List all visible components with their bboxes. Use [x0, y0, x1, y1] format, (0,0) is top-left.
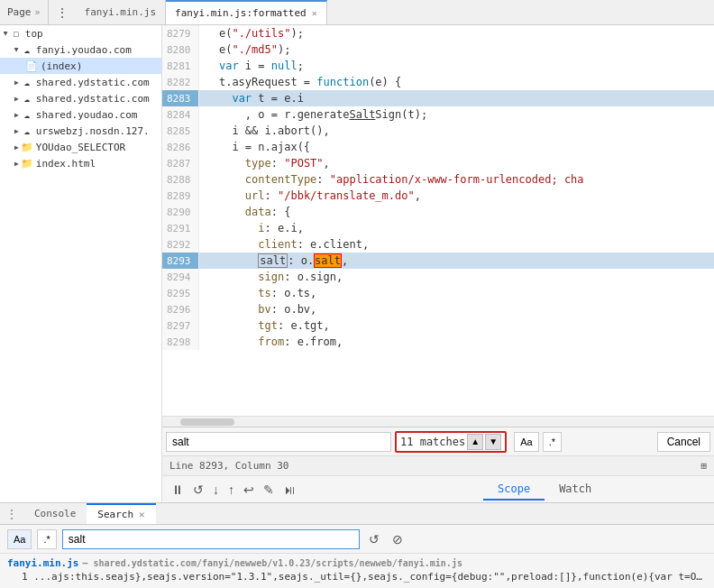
search-prev-button[interactable]: ▲	[467, 434, 483, 450]
sidebar-item-shared2[interactable]: ▶ ☁ shared.ydstatic.com	[0, 90, 161, 106]
expand-icon: ▶	[14, 160, 19, 168]
line-code: sign: o.sign,	[198, 269, 714, 285]
line-number: 8296	[162, 301, 198, 317]
sidebar-item-urs[interactable]: ▶ ☁ urswebzj.nosdn.127.	[0, 123, 161, 139]
expand-icon: ▶	[14, 111, 19, 119]
bottom-case-btn[interactable]: Aa	[7, 529, 32, 549]
bottom-search-bar: Aa .* ↺ ⊘	[0, 525, 714, 554]
result-file-name: fanyi.min.js	[7, 557, 78, 569]
table-row: 8294 sign: o.sign,	[162, 269, 714, 285]
line-code: tgt: e.tgt,	[198, 317, 714, 334]
debug-pause-btn[interactable]: ⏸	[169, 481, 186, 499]
debug-play-btn[interactable]: ⏯	[281, 481, 298, 499]
expand-icon: ▶	[13, 48, 21, 52]
bottom-refresh-btn[interactable]: ↺	[365, 530, 383, 548]
debug-step-out-btn[interactable]: ↩	[242, 481, 256, 499]
search-tab-label: Search	[97, 509, 133, 520]
search-bar: 11 matches ▲ ▼ Aa .* Cancel	[162, 427, 714, 455]
sidebar-item-shared3[interactable]: ▶ ☁ shared.youdao.com	[0, 106, 161, 123]
regex-button[interactable]: .*	[543, 432, 562, 452]
bottom-clear-btn[interactable]: ⊘	[389, 530, 407, 548]
sidebar-item-top[interactable]: ▶ ☐ top	[0, 25, 161, 41]
line-code: ts: o.ts,	[198, 285, 714, 301]
line-code: t.asyRequest = function(e) {	[198, 74, 714, 90]
cloud-icon: ☁	[21, 108, 33, 121]
tab-console[interactable]: Console	[23, 503, 87, 524]
tab-fanyi-min[interactable]: fanyi.min.js	[76, 0, 166, 24]
sidebar: ▶ ☐ top ▶ ☁ fanyi.youdao.com 📄 (index) ▶…	[0, 25, 162, 502]
debug-step-into-btn[interactable]: ↑	[226, 481, 236, 499]
debug-tab-watch[interactable]: Watch	[545, 479, 606, 501]
table-row: 8297 tgt: e.tgt,	[162, 317, 714, 334]
cloud-icon: ☁	[21, 76, 33, 88]
status-bar: Line 8293, Column 30 ⊞	[162, 455, 714, 475]
table-row: 8288 contentType: "application/x-www-for…	[162, 171, 714, 188]
match-case-button[interactable]: Aa	[514, 432, 538, 452]
tab-bar: Page » ⋮ fanyi.min.js fanyi.min.js:forma…	[0, 0, 714, 25]
search-input[interactable]	[166, 432, 391, 452]
scrollbar-thumb[interactable]	[180, 418, 234, 426]
line-number: 8298	[162, 334, 198, 350]
line-number: 8280	[162, 41, 198, 58]
sidebar-item-label: index.html	[36, 158, 96, 170]
panel-menu[interactable]: ⋮	[0, 503, 23, 524]
table-row: 8285 i && i.abort(),	[162, 123, 714, 139]
sidebar-item-indexhtml[interactable]: ▶ 📁 index.html	[0, 155, 161, 171]
line-number: 8282	[162, 74, 198, 90]
line-number: 8294	[162, 269, 198, 285]
line-code: var i = null;	[198, 58, 714, 74]
status-text: Line 8293, Column 30	[169, 460, 288, 472]
search-next-button[interactable]: ▼	[485, 434, 501, 450]
table-row: 8298 from: e.from,	[162, 334, 714, 350]
result-file[interactable]: fanyi.min.js — shared.ydstatic.com/fanyi…	[7, 557, 707, 569]
file-icon: 📄	[25, 60, 38, 72]
sidebar-item-label: shared.ydstatic.com	[36, 93, 150, 105]
line-code: type: "POST",	[198, 155, 714, 171]
bottom-regex-btn[interactable]: .*	[37, 529, 56, 549]
line-number: 8281	[162, 58, 198, 74]
sidebar-item-youdao[interactable]: ▶ 📁 YOUdao_SELECTOR	[0, 139, 161, 155]
tab-bar-menu[interactable]: ⋮	[49, 0, 76, 24]
debug-edit-btn[interactable]: ✎	[261, 481, 276, 499]
horizontal-scrollbar[interactable]	[162, 416, 714, 427]
line-code: bv: o.bv,	[198, 301, 714, 317]
tab-fanyi-formatted[interactable]: fanyi.min.js:formatted ✕	[166, 0, 327, 24]
line-number: 8297	[162, 317, 198, 334]
main-area: ▶ ☐ top ▶ ☁ fanyi.youdao.com 📄 (index) ▶…	[0, 25, 714, 502]
matches-count: 11 matches	[400, 436, 465, 448]
line-number: 8292	[162, 236, 198, 253]
table-row: 8296 bv: o.bv,	[162, 301, 714, 317]
debug-step-over-btn[interactable]: ↓	[211, 481, 221, 499]
search-tab-close[interactable]: ✕	[139, 509, 145, 520]
page-label[interactable]: Page »	[0, 0, 49, 24]
table-row: 8279 e("./utils");	[162, 25, 714, 41]
sidebar-item-shared1[interactable]: ▶ ☁ shared.ydstatic.com	[0, 74, 161, 90]
expand-icon: ▶	[14, 95, 19, 103]
result-line[interactable]: 1 ...ajs:this.seajs},seajs.version="1.3.…	[7, 569, 707, 584]
expand-icon: ▶	[14, 143, 19, 152]
result-line-text: ...ajs:this.seajs},seajs.version="1.3.1"…	[33, 571, 707, 583]
panel-tabs: ⋮ Console Search ✕	[0, 503, 714, 525]
bottom-search-input[interactable]	[62, 529, 360, 549]
tab-search[interactable]: Search ✕	[87, 503, 155, 524]
bottom-section: ⋮ Console Search ✕ Aa .* ↺ ⊘ fanyi.min.j…	[0, 502, 714, 588]
tab-close-icon[interactable]: ✕	[312, 8, 317, 18]
result-line-num: 1	[22, 571, 28, 583]
line-number: 8286	[162, 139, 198, 155]
debug-resume-btn[interactable]: ↺	[191, 481, 206, 499]
sidebar-item-index[interactable]: 📄 (index)	[0, 58, 161, 74]
line-number: 8291	[162, 220, 198, 236]
line-code: i = n.ajax({	[198, 139, 714, 155]
line-code: data: {	[198, 204, 714, 220]
expand-icon: ▶	[14, 78, 19, 87]
sidebar-item-label: fanyi.youdao.com	[36, 44, 132, 56]
code-container[interactable]: 8279 e("./utils"); 8280 e("./md5"); 8281…	[162, 25, 714, 416]
line-number: 8283	[162, 90, 198, 106]
sidebar-item-fanyi[interactable]: ▶ ☁ fanyi.youdao.com	[0, 41, 161, 58]
line-code: client: e.client,	[198, 236, 714, 253]
search-cancel-button[interactable]: Cancel	[657, 432, 710, 452]
debug-tab-scope[interactable]: Scope	[483, 479, 545, 501]
line-number: 8290	[162, 204, 198, 220]
status-right-icon: ⊞	[700, 460, 707, 472]
line-number: 8287	[162, 155, 198, 171]
